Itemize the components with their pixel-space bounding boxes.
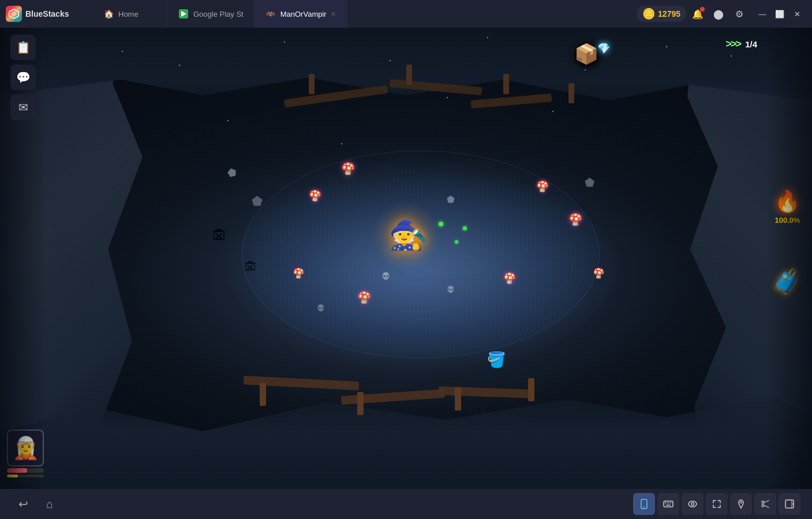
circle-button[interactable]: ⬤: [709, 5, 728, 23]
fence-post-b1: [260, 383, 266, 406]
brand-area: BlueStacks: [0, 6, 92, 22]
enemy-8: 🍄: [593, 267, 605, 279]
player-character[interactable]: 🧙 🔦: [389, 219, 424, 252]
rock-2: ⬟: [252, 194, 263, 209]
fence-post-b3: [455, 387, 461, 410]
hut-1: 🏚: [211, 226, 227, 245]
chest-bag-icon[interactable]: 🧳: [772, 267, 802, 296]
rock-3: ⬟: [447, 194, 455, 205]
enemy-2: 🍄: [341, 162, 356, 176]
sidebar-share-button[interactable]: ✉: [10, 95, 36, 120]
tab-manorvampir-label: ManOrVampir: [280, 10, 327, 18]
svg-point-16: [762, 505, 764, 507]
fence-post-2: [406, 65, 412, 85]
tab-googleplay-label: Google Play St: [193, 10, 244, 18]
fence-post-1: [309, 74, 315, 94]
chest-ui[interactable]: 🧳: [772, 267, 802, 296]
fence-post-b2: [357, 392, 364, 415]
health-orb-2: [463, 226, 467, 230]
campfire-ui: 🔥 100.0%: [774, 189, 800, 225]
titlebar-right: 🪙 12795 🔔 ⬤ ⚙ — ⬜ ✕: [630, 5, 812, 23]
svg-marker-1: [11, 11, 17, 17]
enemy-7: 🍄: [293, 267, 305, 279]
rock-4: ⬟: [585, 176, 594, 189]
brand-name: BlueStacks: [25, 9, 69, 18]
skull-2: 💀: [447, 286, 455, 293]
svg-point-12: [688, 501, 697, 507]
notification-dot: [700, 7, 705, 12]
scissors-button[interactable]: [754, 493, 776, 515]
bottom-right-buttons: [633, 493, 800, 515]
svg-line-18: [764, 506, 769, 508]
location-button[interactable]: [730, 493, 752, 515]
crate-icon[interactable]: 📦: [574, 42, 598, 65]
tab-home-label: Home: [118, 10, 139, 18]
bottom-toolbar: ↩ ⌂: [0, 489, 812, 519]
sidebar-left: 📋 💬 ✉: [0, 28, 46, 489]
notifications-button[interactable]: 🔔: [688, 5, 707, 23]
enemy-6: 🍄: [357, 290, 372, 304]
skull-3: 💀: [317, 304, 325, 312]
wave-number: 1/4: [745, 39, 757, 49]
tablet-button[interactable]: [779, 493, 800, 515]
gem-icon: 💎: [597, 42, 610, 55]
play-tab-icon: [178, 8, 189, 20]
coin-counter: 🪙 12795: [637, 6, 686, 22]
enemy-4: 🍄: [568, 212, 583, 226]
fence-post-b4: [528, 378, 534, 401]
skull-1: 💀: [381, 272, 390, 280]
campfire-percent: 100.0%: [774, 216, 800, 225]
phone-view-button[interactable]: [633, 493, 655, 515]
keyboard-button[interactable]: [657, 493, 679, 515]
wave-arrows-icon: >>>: [726, 38, 741, 50]
back-button[interactable]: ↩: [12, 492, 35, 516]
torch-icon: 🔦: [411, 229, 427, 244]
barrel-1: 🪣: [487, 351, 506, 369]
eye-button[interactable]: [682, 493, 704, 515]
home-button[interactable]: ⌂: [38, 492, 61, 516]
enemy-3: 🍄: [536, 180, 549, 193]
tab-list: 🏠 Home Google Play St 🦇 ManOrVampir ✕: [92, 0, 630, 28]
tab-googleplay[interactable]: Google Play St: [167, 0, 255, 28]
game-tab-icon: 🦇: [265, 8, 276, 20]
health-orb-1: [439, 222, 443, 226]
svg-point-15: [762, 501, 764, 503]
home-tab-icon: 🏠: [103, 8, 114, 20]
svg-point-5: [643, 506, 645, 507]
game-area[interactable]: ⬟ ⬟ ⬟ ⬟ 🏚 🏚 🪣 🧙 🔦 🍄 🍄 🍄 🍄 🍄 🍄 🍄 🍄 💀 💀 💀 …: [0, 28, 812, 489]
svg-point-21: [792, 503, 794, 505]
tab-manorvampir[interactable]: 🦇 ManOrVampir ✕: [255, 0, 347, 28]
tab-close-button[interactable]: ✕: [331, 10, 336, 18]
titlebar: BlueStacks 🏠 Home Google Play St 🦇 ManOr…: [0, 0, 812, 28]
health-orb-3: [455, 240, 458, 244]
enemy-1: 🍄: [309, 189, 321, 202]
svg-rect-19: [785, 500, 794, 508]
coin-amount: 12795: [658, 9, 680, 18]
sidebar-chat-button[interactable]: 💬: [10, 65, 36, 90]
fence-post-3: [503, 74, 509, 94]
tab-home[interactable]: 🏠 Home: [92, 0, 167, 28]
bluestacks-logo: [6, 6, 22, 22]
sidebar-notes-button[interactable]: 📋: [10, 35, 36, 60]
hut-2: 🏚: [244, 259, 257, 275]
svg-rect-6: [664, 501, 673, 507]
maximize-button[interactable]: ⬜: [772, 6, 788, 22]
campfire-icon: 🔥: [774, 189, 800, 214]
window-controls: — ⬜ ✕: [754, 6, 805, 22]
fence-post-4: [568, 83, 574, 103]
enemy-5: 🍄: [503, 272, 516, 285]
coin-icon: 🪙: [642, 8, 655, 20]
close-button[interactable]: ✕: [789, 6, 805, 22]
expand-button[interactable]: [706, 493, 728, 515]
minimize-button[interactable]: —: [754, 6, 770, 22]
svg-line-17: [764, 501, 769, 503]
svg-point-13: [691, 503, 694, 506]
settings-button[interactable]: ⚙: [730, 5, 749, 23]
svg-point-14: [740, 502, 742, 503]
wave-counter: >>> 1/4: [726, 38, 757, 50]
